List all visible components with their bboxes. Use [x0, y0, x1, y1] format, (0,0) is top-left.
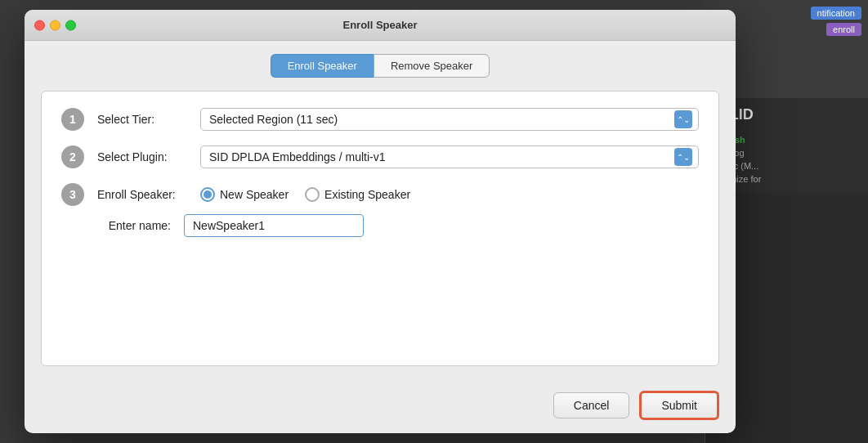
tab-enroll-speaker[interactable]: Enroll Speaker: [271, 54, 374, 78]
step1-label: Select Tier:: [97, 113, 187, 126]
minimize-button[interactable]: [50, 20, 60, 30]
step3-top: 3 Enroll Speaker: New Speaker Existing S…: [61, 183, 699, 206]
step2-label: Select Plugin:: [97, 150, 187, 163]
name-input-row: Enter name:: [61, 214, 699, 237]
speaker-type-radio-group: New Speaker Existing Speaker: [200, 187, 410, 202]
dialog-title: Enroll Speaker: [342, 19, 417, 31]
step3-container: 3 Enroll Speaker: New Speaker Existing S…: [61, 183, 699, 237]
tab-remove-speaker[interactable]: Remove Speaker: [374, 54, 490, 78]
existing-speaker-radio[interactable]: [305, 187, 320, 202]
step3-number: 3: [61, 183, 84, 206]
plugin-select-wrapper: SID DPLDA Embeddings / multi-v1 ⌃⌄: [200, 145, 699, 168]
close-button[interactable]: [34, 20, 45, 30]
maximize-button[interactable]: [65, 20, 76, 30]
new-speaker-label: New Speaker: [220, 188, 289, 201]
title-bar: Enroll Speaker: [25, 10, 736, 41]
tier-select-wrapper: Selected Region (11 sec) ⌃⌄: [200, 108, 699, 131]
submit-button[interactable]: Submit: [639, 391, 719, 420]
enroll-tag: enroll: [826, 23, 861, 36]
dialog-footer: Cancel Submit: [25, 379, 736, 433]
new-speaker-option[interactable]: New Speaker: [200, 187, 289, 202]
new-speaker-radio[interactable]: [200, 187, 215, 202]
content-area: 1 Select Tier: Selected Region (11 sec) …: [41, 91, 719, 366]
dialog-body: Enroll Speaker Remove Speaker 1 Select T…: [25, 41, 736, 379]
speaker-name-input[interactable]: [184, 214, 364, 237]
name-field-label: Enter name:: [97, 219, 171, 232]
enroll-speaker-dialog: Enroll Speaker Enroll Speaker Remove Spe…: [25, 10, 736, 433]
tab-switcher: Enroll Speaker Remove Speaker: [41, 54, 719, 78]
step1-number: 1: [61, 108, 84, 131]
new-speaker-radio-dot: [204, 190, 212, 199]
existing-speaker-label: Existing Speaker: [324, 188, 410, 201]
plugin-select[interactable]: SID DPLDA Embeddings / multi-v1: [200, 145, 699, 168]
step2-row: 2 Select Plugin: SID DPLDA Embeddings / …: [61, 145, 699, 168]
step3-label: Enroll Speaker:: [97, 188, 187, 201]
step2-number: 2: [61, 145, 84, 168]
step1-row: 1 Select Tier: Selected Region (11 sec) …: [61, 108, 699, 131]
traffic-lights: [34, 20, 76, 30]
tier-select[interactable]: Selected Region (11 sec): [200, 108, 699, 131]
cancel-button[interactable]: Cancel: [553, 392, 630, 418]
notification-tag: ntification: [811, 7, 861, 20]
existing-speaker-option[interactable]: Existing Speaker: [305, 187, 410, 202]
